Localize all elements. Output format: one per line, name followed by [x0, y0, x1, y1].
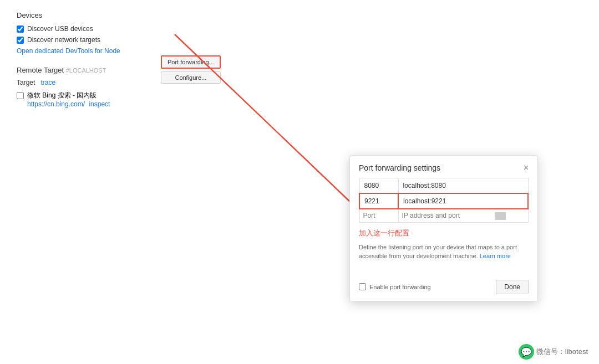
watermark-text: 微信号：libotest [536, 347, 588, 357]
address-cell-highlighted: localhost:9221 [398, 193, 528, 209]
modal-footer: Enable port forwarding Done [350, 275, 537, 301]
modal-title: Port forwarding settings [359, 163, 440, 172]
new-address-cell[interactable] [398, 209, 528, 222]
discover-network-label: Discover network targets [27, 36, 100, 44]
target-label: Target [17, 79, 35, 86]
add-rule-link[interactable]: 加入这一行配置 [359, 223, 529, 243]
devices-title: Devices [17, 11, 327, 19]
port-input[interactable] [363, 212, 394, 219]
table-row-highlighted: 9221 localhost:9221 [359, 193, 528, 209]
bing-url[interactable]: https://cn.bing.com/ [27, 100, 85, 108]
modal-body: 8080 localhost:8080 9221 localhost:9221 [350, 178, 537, 275]
open-devtools-link[interactable]: Open dedicated DevTools for Node [17, 47, 327, 55]
discover-network-checkbox[interactable] [17, 37, 24, 44]
new-entry-row [359, 209, 528, 222]
port-cell-highlighted: 9221 [359, 193, 398, 209]
address-cell: localhost:8080 [398, 178, 528, 194]
forwarding-table: 8080 localhost:8080 9221 localhost:9221 [359, 178, 529, 223]
bing-label: 微软 Bing 搜索 - 国内版 [27, 91, 97, 99]
enable-label: Enable port forwarding [369, 284, 431, 290]
watermark: 💬 微信号：libotest [519, 344, 588, 360]
modal-header: Port forwarding settings × [350, 156, 537, 178]
new-port-cell[interactable] [359, 209, 398, 222]
done-button[interactable]: Done [496, 280, 529, 294]
table-row: 8080 localhost:8080 [359, 178, 528, 194]
modal-close-button[interactable]: × [524, 163, 529, 172]
description-text: Define the listening port on your device… [359, 243, 529, 261]
port-cell: 8080 [359, 178, 398, 194]
remote-target-subtitle: #LOCALHOST [66, 67, 106, 74]
bing-checkbox[interactable] [17, 92, 24, 99]
discover-usb-checkbox[interactable] [17, 25, 24, 33]
bing-row: 微软 Bing 搜索 - 国内版 https://cn.bing.com/ in… [17, 91, 327, 108]
address-input[interactable] [402, 212, 491, 219]
device-buttons: Port forwarding... Configure... [161, 55, 221, 84]
target-value: trace [40, 79, 55, 86]
discover-usb-label: Discover USB devices [27, 25, 93, 33]
configure-button[interactable]: Configure... [161, 71, 221, 84]
port-forwarding-button[interactable]: Port forwarding... [161, 55, 221, 69]
learn-more-link[interactable]: Learn more [480, 253, 511, 259]
port-forwarding-modal: Port forwarding settings × 8080 localhos… [349, 155, 538, 301]
wechat-icon: 💬 [519, 344, 534, 360]
enable-port-forwarding-checkbox[interactable] [359, 283, 366, 290]
inspect-action[interactable]: inspect [89, 100, 110, 108]
enable-port-forwarding-row: Enable port forwarding [359, 283, 431, 290]
devtools-panel: Devices Discover USB devices Discover ne… [0, 0, 344, 364]
discover-network-row: Discover network targets [17, 36, 327, 44]
discover-usb-row: Discover USB devices [17, 25, 327, 33]
